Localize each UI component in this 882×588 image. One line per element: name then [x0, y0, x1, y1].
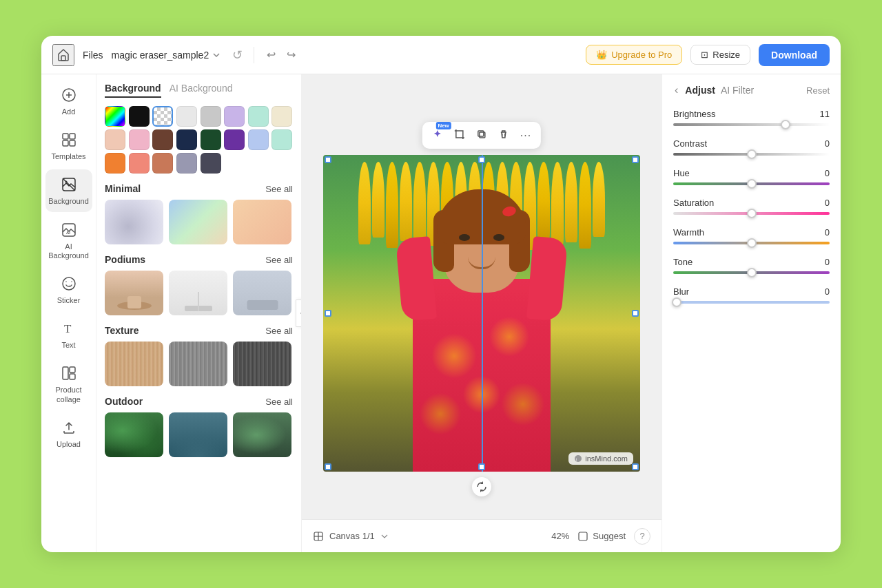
outdoor-thumb-1[interactable]	[105, 412, 163, 457]
sidebar-item-text[interactable]: T Text	[45, 313, 92, 355]
podiums-see-all[interactable]: See all	[265, 255, 293, 265]
minimal-grid	[105, 200, 293, 244]
files-link[interactable]: Files	[83, 50, 103, 61]
swatch-salmon[interactable]	[129, 153, 150, 174]
texture-thumb-2[interactable]	[169, 342, 227, 386]
tab-ai-filter[interactable]: AI Filter	[721, 85, 754, 96]
texture-see-all[interactable]: See all	[265, 326, 293, 336]
slider-thumb-contrast[interactable]	[747, 149, 757, 159]
resize-button[interactable]: ⊡ Resize	[690, 45, 750, 65]
slider-thumb-brightness[interactable]	[781, 120, 790, 129]
podiums-grid	[105, 271, 293, 315]
texture-thumb-3[interactable]	[233, 342, 291, 386]
texture-section-header: Texture See all	[105, 325, 293, 336]
tab-ai-background[interactable]: AI Background	[170, 83, 233, 98]
more-options-button[interactable]: ···	[516, 126, 535, 145]
swatch-dark-navy[interactable]	[176, 129, 197, 150]
podiums-thumb-1[interactable]	[105, 271, 163, 315]
slider-thumb-saturation[interactable]	[747, 209, 757, 218]
slider-thumb-blur[interactable]	[672, 297, 681, 307]
suggest-button[interactable]: Suggest	[577, 531, 626, 542]
sidebar-item-templates[interactable]: Templates	[45, 125, 92, 167]
sidebar-item-product-collage[interactable]: Product collage	[45, 358, 92, 409]
svg-rect-3	[70, 134, 75, 139]
duplicate-button[interactable]	[472, 126, 491, 145]
download-button[interactable]: Download	[759, 44, 830, 66]
swatch-rainbow[interactable]	[105, 106, 125, 127]
swatch-transparent[interactable]	[152, 106, 173, 127]
new-badge: New	[435, 122, 451, 129]
minimal-thumb-3[interactable]	[233, 200, 291, 244]
sidebar-item-ai-background[interactable]: AI AI Background	[45, 215, 92, 266]
minimal-see-all[interactable]: See all	[265, 184, 293, 194]
outdoor-thumb-3[interactable]	[233, 412, 291, 457]
redo-button[interactable]: ↪	[283, 45, 300, 64]
sidebar-item-sticker[interactable]: Sticker	[45, 269, 92, 311]
undo-button[interactable]: ↩	[263, 45, 280, 64]
swatch-black[interactable]	[129, 106, 150, 127]
swatch-terracotta[interactable]	[152, 153, 173, 174]
slider-track-blur[interactable]	[673, 301, 830, 304]
minimal-thumb-2[interactable]	[169, 200, 227, 244]
slider-value-tone: 0	[825, 257, 830, 267]
slider-thumb-hue[interactable]	[747, 179, 757, 189]
slider-track-brightness[interactable]	[673, 123, 830, 126]
minimal-section-header: Minimal See all	[105, 183, 293, 194]
outdoor-thumb-2[interactable]	[169, 412, 227, 457]
slider-thumb-warmth[interactable]	[747, 238, 757, 248]
rotate-handle[interactable]	[472, 477, 491, 496]
podiums-thumb-2[interactable]	[169, 271, 227, 315]
outdoor-see-all[interactable]: See all	[265, 397, 293, 407]
background-panel: Background AI Background	[96, 74, 302, 552]
swatch-dark-green[interactable]	[201, 129, 221, 150]
panel-collapse-button[interactable]	[296, 300, 302, 327]
swatch-peach[interactable]	[105, 129, 125, 150]
slider-track-hue[interactable]	[673, 182, 830, 185]
canvas-layer-info[interactable]: Canvas 1/1	[313, 531, 389, 542]
back-button[interactable]: ‹	[673, 83, 679, 98]
sliders-container: Brightness 11 Contrast 0 Hue 0 Saturatio…	[673, 109, 830, 304]
slider-label-hue: Hue	[673, 168, 690, 178]
sidebar-item-add[interactable]: Add	[45, 80, 92, 122]
slider-row-contrast: Contrast 0	[673, 138, 830, 156]
tab-adjust[interactable]: Adjust	[685, 85, 715, 96]
swatch-light-blue[interactable]	[248, 129, 269, 150]
home-button[interactable]	[52, 44, 74, 66]
swatch-teal-light[interactable]	[271, 129, 292, 150]
slider-track-warmth[interactable]	[673, 242, 830, 244]
reset-button[interactable]: Reset	[806, 85, 830, 96]
canvas-toolbar: New ···	[422, 122, 541, 149]
swatch-pink[interactable]	[129, 129, 150, 150]
swatch-light-gray[interactable]	[176, 106, 197, 127]
delete-button[interactable]	[494, 126, 513, 145]
sidebar-item-background[interactable]: Background	[45, 169, 92, 211]
help-button[interactable]: ?	[634, 528, 650, 545]
slider-value-hue: 0	[825, 168, 830, 178]
swatch-purple-light[interactable]	[224, 106, 245, 127]
texture-thumb-1[interactable]	[105, 342, 163, 386]
swatch-medium-gray[interactable]	[201, 106, 221, 127]
upgrade-button[interactable]: 👑 Upgrade to Pro	[586, 45, 682, 65]
adjust-header: ‹ Adjust AI Filter Reset	[673, 83, 830, 98]
swatch-mint[interactable]	[248, 106, 269, 127]
minimal-thumb-1[interactable]	[105, 200, 163, 244]
slider-track-tone[interactable]	[673, 271, 830, 274]
tab-background[interactable]: Background	[105, 83, 161, 98]
swatch-steel[interactable]	[176, 153, 197, 174]
svg-text:i: i	[576, 457, 577, 461]
sidebar-item-upload[interactable]: Upload	[45, 412, 92, 454]
slider-thumb-tone[interactable]	[747, 268, 757, 277]
swatch-purple[interactable]	[224, 129, 245, 150]
swatch-cream[interactable]	[271, 106, 292, 127]
slider-track-saturation[interactable]	[673, 212, 830, 215]
swatch-orange[interactable]	[105, 153, 125, 174]
filename-dropdown[interactable]: magic eraser_sample2	[112, 50, 222, 61]
crop-button[interactable]	[450, 126, 469, 145]
swatch-dark-slate[interactable]	[201, 153, 221, 174]
history-button[interactable]: ↺	[229, 45, 245, 65]
swatch-brown[interactable]	[152, 129, 173, 150]
slider-label-row-saturation: Saturation 0	[673, 198, 830, 208]
slider-track-contrast[interactable]	[673, 153, 830, 156]
canvas-image-wrapper: New ···	[323, 155, 640, 472]
podiums-thumb-3[interactable]	[233, 271, 291, 315]
